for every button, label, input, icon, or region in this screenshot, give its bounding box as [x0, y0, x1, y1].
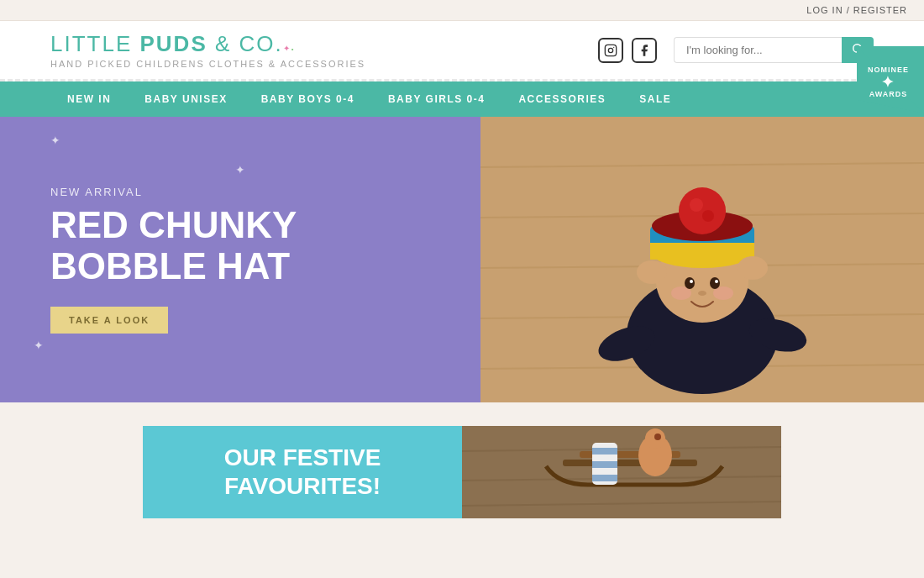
hero-subtitle: NEW ARRIVAL — [50, 186, 430, 198]
svg-point-19 — [698, 291, 706, 296]
svg-point-29 — [637, 260, 667, 284]
nav-item-new-in[interactable]: NEW IN — [50, 81, 128, 117]
hero-title: RED CHUNKY BOBBLE HAT — [50, 205, 430, 286]
festive-left-panel: OUR FESTIVE FAVOURITES! — [143, 426, 462, 518]
logo-part2: & CO. — [207, 31, 283, 56]
svg-point-15 — [685, 277, 695, 289]
logo-dot1: ✦ — [283, 44, 291, 53]
svg-rect-0 — [605, 45, 616, 55]
festive-right-panel — [462, 426, 781, 518]
search-area — [674, 37, 874, 63]
svg-point-25 — [690, 198, 703, 212]
svg-point-2 — [613, 46, 614, 47]
svg-point-16 — [710, 277, 720, 289]
star-decoration-2: ✦ — [235, 163, 245, 176]
logo-part1: LITTLE — [50, 31, 139, 56]
svg-rect-41 — [592, 448, 617, 455]
svg-rect-23 — [650, 243, 754, 260]
star-decoration-3: ✦ — [34, 339, 44, 352]
festive-image — [462, 426, 781, 518]
top-bar: LOG IN / REGISTER — [0, 0, 924, 21]
nav-item-baby-unisex[interactable]: BABY UNISEX — [128, 81, 244, 117]
login-register-link[interactable]: LOG IN / REGISTER — [806, 5, 907, 15]
svg-point-30 — [738, 256, 768, 280]
logo-bold: PUDS — [139, 31, 207, 56]
svg-rect-35 — [563, 460, 697, 466]
nav-item-sale[interactable]: SALE — [622, 81, 688, 117]
hero-cta-button[interactable]: TAKE A LOOK — [50, 307, 168, 334]
nominee-label: NOMINEE — [868, 66, 909, 75]
social-icons — [598, 38, 657, 63]
svg-point-26 — [702, 210, 714, 222]
festive-section: OUR FESTIVE FAVOURITES! — [143, 426, 781, 518]
logo-dot2: • — [291, 45, 296, 53]
logo-area: LITTLE PUDS & CO.✦• HAND PICKED CHILDREN… — [50, 31, 365, 69]
hero-banner: ✦ ✦ ✦ NEW ARRIVAL RED CHUNKY BOBBLE HAT … — [0, 117, 924, 402]
nav-item-accessories[interactable]: ACCESSORIES — [501, 81, 622, 117]
instagram-icon[interactable] — [598, 38, 623, 63]
header: LITTLE PUDS & CO.✦• HAND PICKED CHILDREN… — [0, 21, 924, 81]
header-right — [598, 37, 874, 63]
svg-rect-42 — [592, 461, 617, 468]
hero-right-panel: ✦ ✦ ✦ ✦ — [480, 117, 924, 402]
svg-point-1 — [608, 48, 612, 52]
nav-item-baby-girls[interactable]: BABY GIRLS 0-4 — [371, 81, 501, 117]
svg-point-39 — [654, 434, 661, 440]
search-input[interactable] — [674, 37, 842, 63]
facebook-icon[interactable] — [632, 38, 657, 63]
festive-section-wrapper: OUR FESTIVE FAVOURITES! — [0, 414, 924, 518]
svg-point-24 — [679, 187, 726, 234]
logo-main: LITTLE PUDS & CO.✦• — [50, 31, 365, 57]
logo-subtitle: HAND PICKED CHILDRENS CLOTHES & ACCESSOR… — [50, 59, 365, 69]
nav-item-baby-boys[interactable]: BABY BOYS 0-4 — [244, 81, 371, 117]
festive-title: OUR FESTIVE FAVOURITES! — [160, 444, 445, 500]
awards-label: AWARDS — [868, 90, 909, 99]
main-nav: NEW IN BABY UNISEX BABY BOYS 0-4 BABY GI… — [0, 81, 924, 117]
hero-left-panel: ✦ ✦ ✦ NEW ARRIVAL RED CHUNKY BOBBLE HAT … — [0, 117, 480, 402]
svg-rect-43 — [592, 475, 617, 481]
baby-photo — [480, 117, 924, 402]
star-decoration-1: ✦ — [50, 134, 60, 147]
svg-point-17 — [690, 280, 693, 283]
svg-point-18 — [715, 280, 718, 283]
